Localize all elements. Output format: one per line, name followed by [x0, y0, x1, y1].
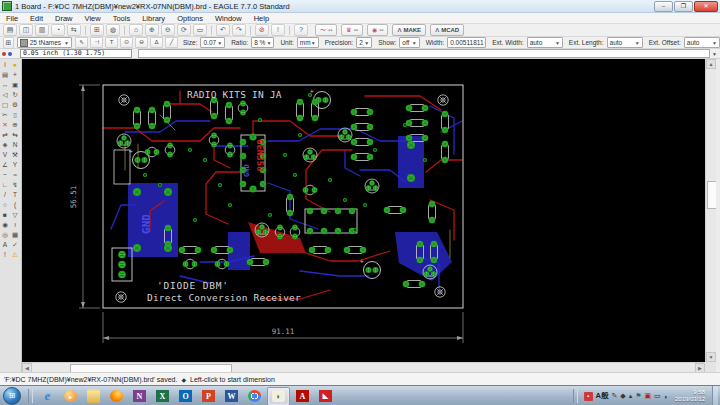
tool-wire-icon[interactable]: / — [0, 190, 10, 200]
taskbar-button-excel[interactable]: X — [152, 388, 173, 405]
tool-meander-icon[interactable]: ≈ — [10, 170, 20, 180]
command-input[interactable] — [138, 49, 710, 58]
tray-network-icon[interactable]: ▭ — [654, 392, 661, 400]
menu-view[interactable]: View — [79, 14, 107, 23]
tray-volume-icon[interactable]: ◗ — [664, 393, 668, 400]
show-select[interactable]: off▼ — [399, 37, 419, 48]
switch-editor-icon[interactable]: ⇆ — [67, 24, 81, 36]
cam-icon[interactable]: ◔ — [51, 24, 65, 36]
unit-select[interactable]: mm▼ — [297, 37, 319, 48]
fab-quote-button[interactable]: 〜▪▪ — [315, 24, 337, 36]
tray-chevron-up-icon[interactable]: ▴ — [629, 392, 633, 400]
undo-icon[interactable]: ↶ — [216, 24, 230, 36]
menu-help[interactable]: Help — [248, 14, 275, 23]
open-icon[interactable]: ▤ — [3, 24, 17, 36]
command-history-icon[interactable]: ▼ — [712, 51, 717, 57]
tool-ratsnest-icon[interactable]: ▦ — [10, 230, 20, 240]
tool-change-icon[interactable]: ⚙ — [10, 100, 20, 110]
menu-tools[interactable]: Tools — [107, 14, 137, 23]
ext-length-select[interactable]: auto▼ — [607, 37, 643, 48]
ext-offset-select[interactable]: auto▼ — [684, 37, 720, 48]
help-icon[interactable]: ? — [294, 24, 308, 36]
dim-angle-icon[interactable]: Δ — [150, 37, 163, 48]
show-desktop-button[interactable] — [712, 386, 718, 405]
tool-optimize-icon[interactable]: ~ — [0, 170, 10, 180]
taskbar-button-file-explorer[interactable] — [83, 388, 104, 405]
ext-width-select[interactable]: auto▼ — [527, 37, 563, 48]
save-icon[interactable]: ◫ — [19, 24, 33, 36]
run-icon[interactable]: ! — [271, 24, 285, 36]
tool-arc-icon[interactable]: ( — [10, 200, 20, 210]
tool-via-icon[interactable]: ◉ — [0, 220, 10, 230]
minimize-button[interactable]: – — [654, 1, 673, 12]
tray-gem-icon[interactable]: ◆ — [620, 392, 625, 400]
zoom-in-icon[interactable]: ⊕ — [145, 24, 159, 36]
scroll-up-icon[interactable]: ▲ — [706, 59, 716, 69]
close-button[interactable]: ✕ — [694, 1, 718, 12]
width-select[interactable]: 0.00511811▼ — [447, 37, 486, 48]
grid-icon[interactable]: ⊞ — [90, 24, 104, 36]
tool-split-icon[interactable]: Y — [10, 160, 20, 170]
tool-route-icon[interactable]: ∟ — [0, 180, 10, 190]
menu-options[interactable]: Options — [171, 14, 209, 23]
grid-settings-icon[interactable]: ⊞ — [3, 37, 14, 49]
layers-icon[interactable]: ◍ — [106, 24, 120, 36]
taskbar-button-chrome[interactable] — [244, 388, 265, 405]
tool-cut-icon[interactable]: ✂ — [0, 110, 10, 120]
redo-icon[interactable]: ↷ — [232, 24, 246, 36]
tool-rect-icon[interactable]: ■ — [0, 210, 10, 220]
tool-errors-icon[interactable]: ⚠ — [10, 250, 20, 260]
board-canvas[interactable]: +++GEN358GNDGND91.1156.51RADIO KITS IN J… — [22, 59, 705, 362]
tool-miter-icon[interactable]: ∠ — [0, 160, 10, 170]
menu-window[interactable]: Window — [209, 14, 248, 23]
mcad-button[interactable]: Λ MCAD — [430, 24, 464, 36]
tool-paste-icon[interactable]: ▯ — [10, 110, 20, 120]
tool-lock-icon[interactable]: ◈ — [0, 140, 10, 150]
taskbar-button-internet-explorer[interactable]: e — [37, 388, 58, 405]
ratio-select[interactable]: 8 %▼ — [251, 37, 274, 48]
tool-display-icon[interactable]: ▤ — [0, 70, 10, 80]
tool-show-icon[interactable]: ● — [10, 60, 20, 70]
make-button[interactable]: Λ MAKE — [392, 24, 426, 36]
taskbar-button-onenote[interactable]: N — [129, 388, 150, 405]
vertical-scrollbar[interactable]: ▲ ▼ — [705, 59, 716, 362]
zoom-fit-icon[interactable]: ⌂ — [129, 24, 143, 36]
tray-pen-icon[interactable]: ✎ — [611, 392, 617, 400]
tool-mirror-icon[interactable]: ◁ — [0, 90, 10, 100]
taskbar-button-eagle[interactable]: ◗ — [267, 387, 290, 405]
tool-mark-icon[interactable]: + — [10, 70, 20, 80]
dim-horizontal-icon[interactable]: ⊣ — [90, 37, 103, 48]
taskbar-button-firefox[interactable] — [106, 388, 127, 405]
tool-name-icon[interactable]: N — [10, 140, 20, 150]
tool-erc-icon[interactable]: ✓ — [10, 240, 20, 250]
fab-library-button[interactable]: ◉▪▪ — [367, 24, 389, 36]
layer-select[interactable]: 25 tNames▼ — [17, 37, 72, 48]
taskbar-button-red-app[interactable]: ◣ — [315, 388, 336, 405]
tool-rotate-icon[interactable]: ↻ — [10, 90, 20, 100]
menu-library[interactable]: Library — [136, 14, 171, 23]
tool-copy-icon[interactable]: ▣ — [10, 80, 20, 90]
tray-security-icon[interactable]: ▣ — [644, 392, 651, 400]
tool-info-icon[interactable]: i — [0, 60, 10, 70]
maximize-button[interactable]: ❐ — [674, 1, 693, 12]
tray-app-icon[interactable]: ▪ — [584, 392, 593, 401]
taskbar-button-outlook[interactable]: O — [175, 388, 196, 405]
dim-diameter-icon[interactable]: ⊖ — [135, 37, 148, 48]
menu-draw[interactable]: Draw — [49, 14, 79, 23]
print-icon[interactable]: ▥ — [35, 24, 49, 36]
fab-fusion-button[interactable]: ♛▪▪ — [341, 24, 363, 36]
zoom-select-icon[interactable]: ▭ — [193, 24, 207, 36]
dim-leader-icon[interactable]: ╱ — [165, 37, 178, 48]
tool-value-icon[interactable]: V — [0, 150, 10, 160]
tool-hole-icon[interactable]: ◎ — [0, 230, 10, 240]
tool-group-icon[interactable]: ▢ — [0, 100, 10, 110]
taskbar-button-acrobat[interactable]: A — [292, 388, 313, 405]
precision-select[interactable]: 2▼ — [356, 37, 372, 48]
tool-circle-icon[interactable]: ○ — [0, 200, 10, 210]
zoom-out-icon[interactable]: ⊖ — [161, 24, 175, 36]
tool-ripup-icon[interactable]: ↯ — [10, 180, 20, 190]
size-select[interactable]: 0.07▼ — [200, 37, 225, 48]
tool-text-icon[interactable]: T — [10, 190, 20, 200]
ime-indicator[interactable]: A般 — [596, 391, 609, 401]
dim-vertical-icon[interactable]: T — [105, 37, 118, 48]
